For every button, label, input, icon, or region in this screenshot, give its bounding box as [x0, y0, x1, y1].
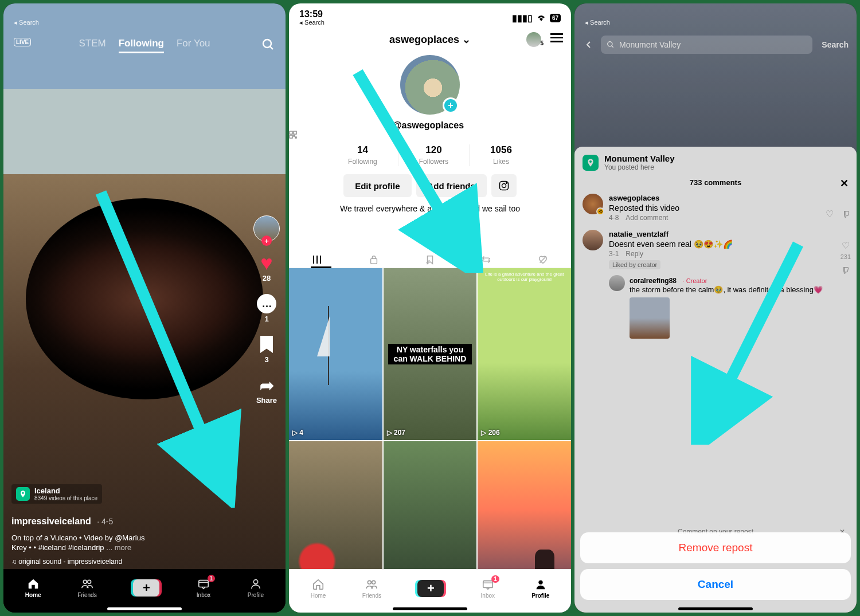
liked-by-creator-tag: Liked by creator	[609, 260, 660, 269]
add-comment-link[interactable]: Add comment	[626, 214, 668, 222]
tab-following[interactable]: Following	[119, 38, 164, 53]
add-friends-button[interactable]: Add friends	[416, 174, 487, 197]
comment-item[interactable]: natalie_wentzlaff Doesnt even seem real …	[583, 230, 849, 269]
reply-text: the storm before the calm🥹, it was defin…	[630, 285, 823, 294]
breadcrumb-back[interactable]: ◂ Search	[14, 19, 39, 26]
svg-rect-4	[199, 580, 209, 587]
profile-avatar[interactable]: +	[400, 55, 460, 115]
action-rail: + ♥ 28 1 3 ➦ Share	[253, 215, 280, 405]
inbox-badge: 1	[491, 575, 499, 583]
tab-saved[interactable]	[419, 252, 441, 268]
comment-button[interactable]: 1	[256, 293, 277, 323]
nav-friends[interactable]: Friends	[77, 578, 96, 598]
comment-user[interactable]: natalie_wentzlaff	[609, 230, 826, 238]
nav-profile[interactable]: Profile	[531, 578, 549, 599]
nav-friends[interactable]: Friends	[362, 578, 381, 599]
reply-thumbnail[interactable]	[630, 297, 670, 339]
comment-reactions: ♡	[826, 209, 851, 219]
search-bar: Monument Valley Search	[583, 36, 849, 54]
nav-inbox[interactable]: 1 Inbox	[480, 578, 495, 599]
search-icon[interactable]	[261, 38, 275, 52]
nav-create[interactable]: +	[133, 579, 159, 597]
dislike-icon[interactable]	[841, 266, 850, 275]
creator-avatar[interactable]: +	[253, 215, 280, 242]
share-button[interactable]: ➦ Share	[256, 374, 277, 405]
nav-create[interactable]: +	[417, 580, 444, 597]
grid-item[interactable]: Life is a grand adventure and the great …	[478, 268, 571, 440]
grid-item[interactable]: ▷ 4	[289, 268, 382, 440]
tab-stem[interactable]: STEM	[79, 38, 105, 53]
pin-icon	[583, 155, 599, 171]
location-row[interactable]: Monument Valley You posted here	[583, 154, 849, 171]
location-sub: You posted here	[604, 163, 675, 171]
bookmark-button[interactable]: 3	[256, 333, 277, 364]
bookmark-count: 3	[264, 355, 268, 364]
caption[interactable]: On top of a Vulcano • Video by @Marius K…	[11, 533, 234, 553]
sound-row[interactable]: ♫ original sound - impressiveiceland	[11, 558, 122, 566]
instagram-button[interactable]	[491, 174, 517, 197]
home-icon	[311, 578, 326, 591]
search-field[interactable]: Monument Valley	[601, 36, 812, 54]
profile-icon	[533, 578, 548, 591]
add-story-icon[interactable]: +	[443, 97, 459, 113]
tab-liked[interactable]	[531, 252, 554, 268]
panel-feed: 13:59 ◂ Search ▮▮▮▯ 67 LIVE STEM Followi…	[3, 3, 286, 613]
back-icon[interactable]	[583, 38, 595, 51]
qr-icon[interactable]	[289, 131, 571, 139]
like-icon[interactable]: ♡	[826, 209, 834, 219]
account-switch-avatar[interactable]	[526, 32, 541, 47]
tab-foryou[interactable]: For You	[177, 38, 210, 53]
location-chip[interactable]: Iceland 8349 videos of this place	[11, 484, 102, 504]
comment-item[interactable]: ⟲ aswegoplaces Reposted this video 4-8 A…	[583, 194, 849, 222]
status-time: 13:59	[299, 10, 325, 19]
share-icon: ➦	[256, 374, 277, 396]
svg-point-13	[502, 184, 506, 188]
author-row[interactable]: impressiveiceland · 4-5	[11, 516, 113, 527]
qa-link[interactable]: ❓Q&A	[289, 232, 571, 241]
svg-line-27	[612, 46, 613, 48]
reply-user[interactable]: coralreefing88	[630, 277, 677, 285]
search-icon	[607, 41, 615, 49]
follow-plus-icon[interactable]: +	[261, 236, 272, 246]
comments-header: 733 comments ✕	[583, 178, 849, 187]
bookmark-icon	[260, 336, 273, 353]
breadcrumb-back[interactable]: ◂ Search	[299, 19, 325, 26]
like-icon[interactable]: ♡	[842, 240, 850, 251]
menu-icon[interactable]	[550, 33, 563, 42]
grid-item[interactable]: NY waterfalls you can WALK BEHIND ▷ 207	[384, 268, 477, 440]
remove-repost-button[interactable]: Remove repost	[580, 532, 851, 563]
comment-user[interactable]: aswegoplaces	[609, 194, 826, 202]
tab-grid[interactable]	[306, 252, 329, 268]
edit-profile-button[interactable]: Edit profile	[343, 174, 411, 197]
cancel-button[interactable]: Cancel	[580, 569, 851, 600]
profile-actions: Edit profile Add friends	[289, 174, 571, 197]
nav-home[interactable]: Home	[311, 578, 326, 599]
stat-following[interactable]: 14Following	[348, 144, 377, 166]
comment-avatar[interactable]	[583, 230, 603, 250]
reply-item[interactable]: coralreefing88 · Creator the storm befor…	[609, 275, 849, 339]
tab-reposts[interactable]	[475, 252, 498, 268]
stat-followers[interactable]: 120Followers	[419, 144, 448, 166]
nav-inbox[interactable]: 1 Inbox	[196, 578, 211, 598]
like-button[interactable]: ♥ 28	[256, 252, 277, 283]
dislike-icon[interactable]	[842, 210, 851, 219]
more-link[interactable]: ... more	[106, 543, 131, 552]
stat-likes[interactable]: 1056Likes	[490, 144, 512, 166]
search-go[interactable]: Search	[822, 40, 849, 49]
username-dropdown[interactable]: aswegoplaces ⌄	[389, 33, 471, 46]
reply-avatar[interactable]	[609, 275, 625, 291]
tab-private[interactable]	[362, 252, 385, 268]
account-count: 5	[540, 40, 544, 46]
view-count: ▷ 206	[481, 429, 499, 437]
home-icon	[26, 578, 41, 590]
close-icon[interactable]: ✕	[840, 177, 849, 190]
reply-link[interactable]: Reply	[626, 250, 643, 258]
nav-profile[interactable]: Profile	[248, 578, 264, 598]
nav-home[interactable]: Home	[25, 578, 41, 598]
view-count: ▷ 207	[387, 429, 405, 437]
pin-icon	[16, 487, 30, 501]
comment-avatar[interactable]: ⟲	[583, 194, 603, 214]
breadcrumb-back[interactable]: ◂ Search	[585, 19, 610, 26]
svg-point-5	[253, 580, 257, 584]
svg-rect-10	[294, 135, 295, 136]
